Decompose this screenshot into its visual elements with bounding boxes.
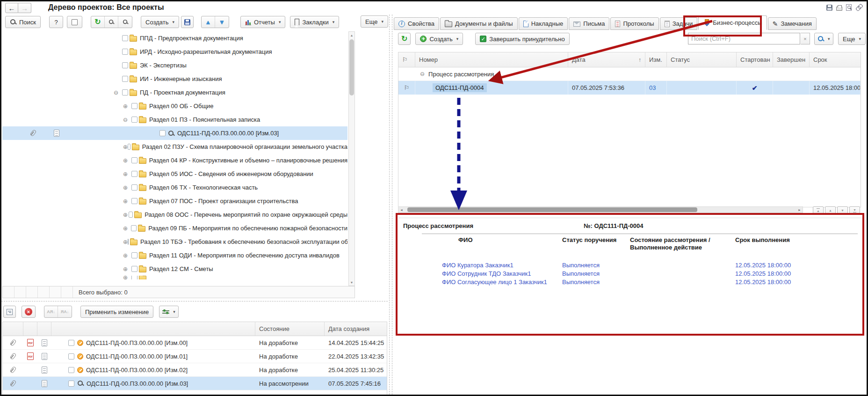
tree-item-selected[interactable]: ОДС111-ПД-00.ПЗ.00.00.00 [Изм.03] bbox=[2, 126, 347, 140]
process-status[interactable]: Выполняется bbox=[562, 262, 600, 269]
tab-tasks[interactable]: Задачи bbox=[660, 17, 698, 30]
checkbox[interactable] bbox=[122, 35, 128, 41]
bp-create-button[interactable]: Создать ▾ bbox=[415, 33, 463, 45]
scrollbar-thumb[interactable] bbox=[407, 207, 697, 212]
help-button[interactable]: ? bbox=[49, 16, 63, 28]
structure-button[interactable] bbox=[3, 306, 16, 318]
search-input[interactable] bbox=[688, 33, 800, 44]
print-icon[interactable] bbox=[836, 7, 842, 11]
column-header-state[interactable]: Состояние bbox=[255, 322, 325, 336]
column-header-due[interactable]: Срок bbox=[810, 52, 861, 67]
checkbox[interactable] bbox=[128, 144, 130, 150]
tree-item[interactable]: ЭК - Экспертизы bbox=[2, 59, 347, 72]
expand-icon[interactable]: ⊕ bbox=[123, 266, 131, 272]
checkbox[interactable] bbox=[131, 252, 137, 258]
expand-icon[interactable]: ⊕ bbox=[123, 252, 131, 259]
tree-scrollbar[interactable]: ▲ ▼ bbox=[348, 31, 355, 286]
tree-item[interactable]: ⊕Раздел 10 ТБЭ - Требования к обеспечени… bbox=[2, 235, 347, 249]
tab-protocols[interactable]: Протоколы bbox=[610, 17, 658, 30]
column-header-date[interactable]: Дата↑ bbox=[568, 52, 645, 67]
column-header-status[interactable]: Статус bbox=[667, 52, 737, 67]
version-row[interactable]: ОДС111-ПД-00.ПЗ.00.00.00 [Изм.02] На дор… bbox=[3, 363, 387, 377]
bp-rev-cell[interactable]: 03 bbox=[645, 81, 667, 95]
checkbox[interactable] bbox=[131, 198, 137, 204]
checkbox[interactable] bbox=[159, 130, 166, 136]
checkbox[interactable] bbox=[68, 340, 74, 346]
checkbox[interactable] bbox=[68, 367, 74, 373]
scroll-down-icon[interactable]: ▼ bbox=[349, 279, 354, 286]
horizontal-splitter[interactable] bbox=[1, 301, 388, 301]
tab-invoices[interactable]: Накладные bbox=[519, 17, 568, 30]
checkbox[interactable] bbox=[122, 76, 128, 82]
tree-item[interactable]: ⊕Раздел 08 ООС - Перечень мероприятий по… bbox=[2, 208, 347, 221]
tree-item[interactable]: ИИ - Инженерные изыскания bbox=[2, 72, 347, 86]
tree-item-clipped[interactable]: ⊕ bbox=[2, 276, 347, 279]
left-more-button[interactable]: Еще ▾ bbox=[361, 15, 388, 28]
settings-button[interactable]: ▾ bbox=[159, 306, 179, 318]
scrollbar-thumb[interactable] bbox=[349, 39, 354, 95]
clear-search-button[interactable]: × bbox=[801, 33, 810, 44]
checkbox[interactable] bbox=[131, 225, 137, 231]
checkbox[interactable] bbox=[131, 184, 137, 191]
tab-remarks[interactable]: ✎Замечания bbox=[768, 17, 817, 30]
checkbox[interactable] bbox=[131, 103, 137, 109]
sort-za-button[interactable]: ЯА↓ bbox=[58, 306, 72, 317]
vertical-splitter[interactable] bbox=[389, 15, 392, 395]
reports-button[interactable]: Отчеты ▾ bbox=[240, 16, 285, 28]
scroll-right-icon[interactable]: ► bbox=[796, 208, 803, 212]
find-cancel-button[interactable] bbox=[118, 16, 132, 28]
process-status[interactable]: Выполняется bbox=[562, 279, 600, 286]
tab-letters[interactable]: Письма bbox=[569, 17, 609, 30]
checkbox[interactable] bbox=[122, 89, 128, 95]
expand-icon[interactable]: ⊕ bbox=[123, 103, 131, 110]
expand-icon[interactable]: ⊕ bbox=[123, 184, 131, 191]
version-row[interactable]: ОДС111-ПД-00.ПЗ.00.00.00 [Изм.00] На дор… bbox=[3, 336, 387, 350]
tab-documents[interactable]: Документы и файлы bbox=[440, 17, 518, 30]
collapse-icon[interactable]: ⊖ bbox=[420, 71, 425, 77]
expand-icon[interactable]: ⊕ bbox=[123, 157, 131, 164]
process-fio[interactable]: ФИО Согласующее лицо 1 Заказчик1 bbox=[442, 279, 547, 286]
preview-icon[interactable] bbox=[846, 4, 852, 11]
bp-row-selected[interactable]: ⚐ ОДС111-ПД-0004 07.05.2025 7:53:36 03 ✔… bbox=[398, 81, 861, 95]
apply-change-button[interactable]: Применить изменение bbox=[80, 306, 153, 318]
save-icon[interactable] bbox=[826, 5, 832, 11]
tree-item[interactable]: ⊕Раздел 07 ПОС - Проект организации стро… bbox=[2, 194, 347, 208]
checkbox[interactable] bbox=[122, 62, 128, 68]
scrollbar-track[interactable] bbox=[405, 207, 796, 213]
expand-icon[interactable]: ⊕ bbox=[123, 239, 128, 245]
column-header-started[interactable]: Стартован bbox=[737, 52, 773, 67]
process-fio[interactable]: ФИО Сотрудник ТДО Заказчик1 bbox=[442, 270, 531, 277]
forward-button[interactable]: → bbox=[18, 3, 31, 13]
group-row[interactable]: ⊖ Процесс рассмотрения bbox=[398, 67, 861, 81]
column-header-rev[interactable]: Изм. bbox=[645, 52, 667, 67]
tree-item[interactable]: ⊖ПД - Проектная документация bbox=[2, 86, 347, 99]
move-up-button[interactable]: ▲ bbox=[202, 16, 215, 28]
column-header-flag[interactable]: ⚐ bbox=[398, 52, 415, 67]
tree-item[interactable]: ⊕Раздел 11 ОДИ - Мероприятия по обеспече… bbox=[2, 249, 347, 262]
checkbox[interactable] bbox=[122, 49, 128, 55]
checkbox[interactable] bbox=[68, 353, 74, 359]
tree-item[interactable]: ⊕Раздел 09 ПБ - Мероприятия по обеспечен… bbox=[2, 221, 347, 235]
column-header-finished[interactable]: Завершен bbox=[773, 52, 810, 67]
version-row-selected[interactable]: ОДС111-ПД-00.ПЗ.00.00.00 [Изм.03] На рас… bbox=[3, 377, 387, 390]
expand-icon[interactable]: ⊕ bbox=[123, 171, 131, 177]
tree-item[interactable]: ⊖Раздел 01 ПЗ - Пояснительная записка bbox=[2, 113, 347, 126]
move-down-button[interactable]: ▼ bbox=[215, 16, 229, 28]
process-fio[interactable]: ФИО Куратора Заказчик1 bbox=[442, 262, 514, 269]
collapse-icon[interactable]: ⊖ bbox=[123, 117, 131, 123]
search-button[interactable]: Поиск bbox=[5, 16, 41, 28]
tab-business-processes[interactable]: Бизнес-процессы bbox=[698, 15, 767, 30]
tree-item[interactable]: ⊕Раздел 04 КР - Конструктивные и объемно… bbox=[2, 154, 347, 167]
bp-refresh-button[interactable]: ↻ bbox=[398, 33, 411, 45]
checkbox[interactable] bbox=[131, 117, 137, 123]
horizontal-scrollbar[interactable]: ◄ ► bbox=[398, 206, 803, 213]
checkbox[interactable] bbox=[129, 212, 133, 218]
link-icon[interactable] bbox=[854, 3, 863, 12]
create-button[interactable]: Создать ▾ bbox=[141, 16, 179, 28]
column-header-created[interactable]: Дата создания bbox=[325, 322, 387, 336]
search-menu-button[interactable]: ▾ bbox=[814, 33, 833, 45]
collapse-icon[interactable]: ⊖ bbox=[114, 89, 122, 96]
tree-item[interactable]: ИРД - Исходно-разрешительная документаци… bbox=[2, 45, 347, 59]
expand-icon[interactable]: ⊕ bbox=[123, 225, 131, 232]
scroll-left-icon[interactable]: ◄ bbox=[398, 208, 405, 212]
